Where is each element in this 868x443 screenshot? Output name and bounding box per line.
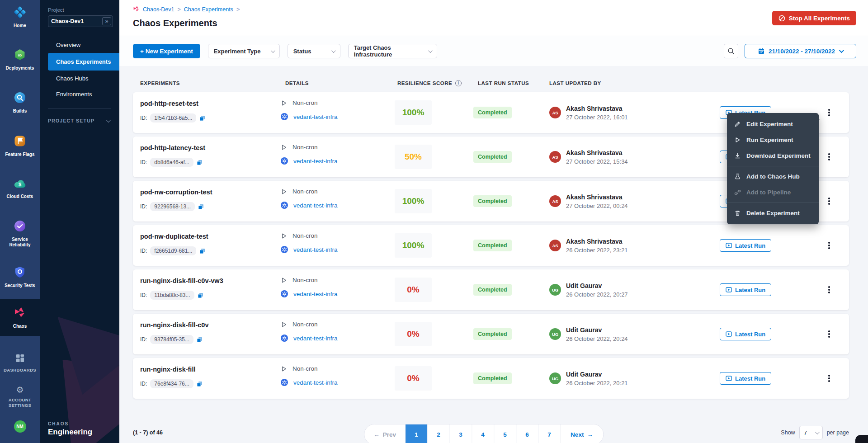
id-label: ID: <box>140 159 147 165</box>
row-menu-button[interactable] <box>825 195 834 207</box>
menu-item-download-experiment[interactable]: Download Experiment <box>727 148 819 164</box>
sidebar-menu-item[interactable]: Overview <box>48 37 119 53</box>
row-menu-button[interactable] <box>825 239 834 252</box>
infrastructure-link[interactable]: vedant-test-infra <box>293 246 338 253</box>
menu-item-delete-experiment[interactable]: Delete Experiment <box>727 205 819 221</box>
experiment-name[interactable]: run-nginx-disk-fill-c0v <box>140 321 281 329</box>
copy-icon[interactable] <box>197 381 203 387</box>
experiment-row[interactable]: pod-nw-duplicate-test ID: f26651d9-681..… <box>133 225 849 266</box>
search-button[interactable] <box>724 44 738 58</box>
project-selector[interactable]: Chaos-Dev1 » <box>48 15 113 27</box>
nav-item-service-reliability[interactable]: Service Reliability <box>0 220 40 248</box>
sidebar-menu-item[interactable]: Environments <box>48 86 119 102</box>
infrastructure-link[interactable]: vedant-test-infra <box>293 158 338 165</box>
experiment-name[interactable]: pod-nw-duplicate-test <box>140 233 281 240</box>
row-menu-button[interactable] <box>825 106 834 119</box>
copy-icon[interactable] <box>199 115 205 121</box>
row-menu-button[interactable] <box>825 283 834 296</box>
chevron-down-icon <box>428 48 433 53</box>
search-icon <box>727 47 735 55</box>
experiment-name[interactable]: pod-nw-corruption-test <box>140 189 281 196</box>
stop-all-experiments-button[interactable]: Stop All Experiments <box>772 11 856 25</box>
menu-divider <box>727 203 819 203</box>
copy-icon[interactable] <box>197 160 203 165</box>
filter-target-infrastructure[interactable]: Target Chaos Infrastructure <box>348 44 437 58</box>
new-experiment-button[interactable]: + New Experiment <box>133 44 200 58</box>
copy-icon[interactable] <box>197 337 203 343</box>
row-menu-button[interactable] <box>825 151 834 163</box>
experiment-row[interactable]: run-nginx-disk-fill ID: 76e8f434-76... N… <box>133 358 849 399</box>
updated-date: 27 October 2022, 00:24 <box>566 203 628 209</box>
nav-item-dashboards[interactable]: DASHBOARDS <box>0 354 40 373</box>
experiment-name[interactable]: run-nginx-disk-fill-c0v-vw3 <box>140 277 281 284</box>
sidebar-expand-button[interactable]: » <box>102 17 111 25</box>
sidebar-menu-item[interactable]: Chaos Experiments <box>48 53 119 71</box>
nav-item-deployments[interactable]: ∞ Deployments <box>0 49 40 71</box>
nav-item-feature-flags[interactable]: Feature Flags <box>0 135 40 158</box>
page-button[interactable]: 2 <box>427 424 449 443</box>
play-outline-icon <box>281 233 287 239</box>
infrastructure-link[interactable]: vedant-test-infra <box>293 202 338 209</box>
page-button[interactable]: 5 <box>494 424 516 443</box>
project-setup-toggle[interactable]: PROJECT SETUP <box>48 118 119 123</box>
menu-item-add-to-pipeline[interactable]: Add to Pipeline <box>727 184 819 200</box>
module-title: CHAOS Engineering <box>48 421 92 437</box>
info-icon[interactable]: i <box>455 80 462 86</box>
page-button[interactable]: 4 <box>472 424 494 443</box>
experiment-row[interactable]: run-nginx-disk-fill-c0v ID: 93784f05-35.… <box>133 314 849 354</box>
nav-item-account-settings[interactable]: ⚙ ACCOUNT SETTINGS <box>0 386 40 409</box>
experiment-name[interactable]: pod-http-reset-test <box>140 100 281 107</box>
pager: ← Prev 1 2 3 4 5 6 7 <box>364 424 604 443</box>
page-button[interactable]: 3 <box>449 424 472 443</box>
copy-icon[interactable] <box>198 204 204 210</box>
menu-item-add-to-chaos-hub[interactable]: Add to Chaos Hub <box>727 169 819 184</box>
filter-status[interactable]: Status <box>288 44 340 58</box>
resilience-score: 50% <box>395 145 432 169</box>
updated-by-name: Akash Shrivastava <box>566 193 628 201</box>
latest-run-button[interactable]: Latest Run <box>720 372 771 385</box>
latest-run-button[interactable]: Latest Run <box>720 239 771 252</box>
copy-icon[interactable] <box>199 248 205 254</box>
per-page-select[interactable]: 7 <box>799 426 823 439</box>
menu-item-run-experiment[interactable]: Run Experiment <box>727 132 819 148</box>
schedule-type: Non-cron <box>292 321 318 328</box>
filter-experiment-type[interactable]: Experiment Type <box>208 44 280 58</box>
play-outline-icon <box>281 189 287 195</box>
nav-item-security-tests[interactable]: Security Tests <box>0 266 40 289</box>
page-button[interactable]: 1 <box>405 424 427 443</box>
experiment-name[interactable]: pod-http-latency-test <box>140 144 281 151</box>
infrastructure-link[interactable]: vedant-test-infra <box>293 335 338 342</box>
help-widget[interactable] <box>855 435 868 443</box>
date-range-picker[interactable]: 21/10/2022 - 27/10/2022 <box>745 44 856 58</box>
nav-item-chaos[interactable]: Chaos <box>0 299 40 336</box>
breadcrumb-project-link[interactable]: Chaos-Dev1 <box>143 6 174 13</box>
nav-item-home[interactable]: Home <box>0 6 40 29</box>
updated-date: 26 October 2022, 20:24 <box>566 335 628 342</box>
prev-page-button[interactable]: ← Prev <box>364 424 405 443</box>
latest-run-button[interactable]: Latest Run <box>720 283 771 296</box>
schedule-type: Non-cron <box>292 277 318 283</box>
experiment-row[interactable]: run-nginx-disk-fill-c0v-vw3 ID: 11bda88c… <box>133 269 849 310</box>
user-avatar: UG <box>549 328 561 340</box>
nav-item-cloud-costs[interactable]: $ Cloud Costs <box>0 178 40 200</box>
menu-item-edit-experiment[interactable]: Edit Experiment <box>727 116 819 132</box>
next-page-button[interactable]: Next → <box>560 424 603 443</box>
row-menu-button[interactable] <box>825 328 834 340</box>
sidebar-menu-item[interactable]: Chaos Hubs <box>48 71 119 86</box>
page-button[interactable]: 7 <box>538 424 560 443</box>
latest-run-button[interactable]: Latest Run <box>720 328 771 340</box>
avatar[interactable]: NM <box>14 420 26 433</box>
infrastructure-link[interactable]: vedant-test-infra <box>293 379 338 386</box>
infrastructure-link[interactable]: vedant-test-infra <box>293 113 338 120</box>
chevron-down-icon <box>331 48 336 53</box>
user-menu[interactable]: NM <box>0 420 40 433</box>
sidebar-menu: Overview Chaos Experiments Chaos Hubs En… <box>40 37 119 102</box>
row-menu-button[interactable] <box>825 372 834 385</box>
infrastructure-link[interactable]: vedant-test-infra <box>293 291 338 297</box>
experiment-name[interactable]: run-nginx-disk-fill <box>140 366 281 373</box>
page-button[interactable]: 6 <box>516 424 538 443</box>
breadcrumb-module-link[interactable]: Chaos Experiments <box>184 6 233 13</box>
sidebar-divider <box>48 108 111 109</box>
copy-icon[interactable] <box>198 292 203 298</box>
nav-item-builds[interactable]: Builds <box>0 92 40 114</box>
